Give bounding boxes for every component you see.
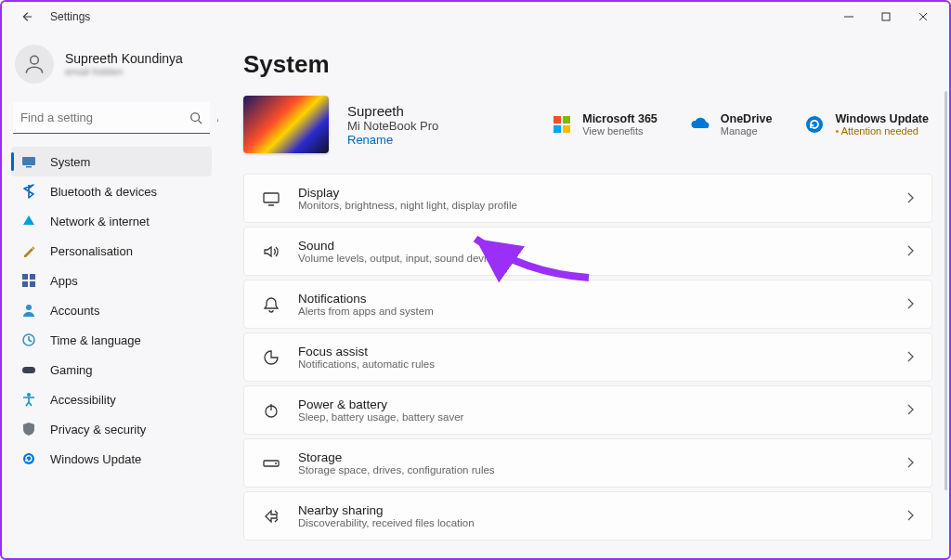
search-icon xyxy=(189,111,202,124)
sound-icon xyxy=(261,241,281,262)
sidebar-item-network[interactable]: Network & internet xyxy=(11,206,212,236)
setting-row-subtitle: Notifications, automatic rules xyxy=(298,358,435,370)
setting-row-sound[interactable]: SoundVolume levels, output, input, sound… xyxy=(243,227,932,276)
svg-rect-17 xyxy=(563,116,570,124)
update-icon xyxy=(20,450,37,467)
svg-rect-13 xyxy=(22,367,35,373)
search-box[interactable] xyxy=(13,102,210,134)
sidebar-item-label: Accounts xyxy=(50,304,99,318)
svg-rect-18 xyxy=(554,125,561,133)
quicklink-title: Windows Update xyxy=(835,112,929,125)
maximize-icon xyxy=(881,12,891,21)
sidebar-item-label: Apps xyxy=(50,274,78,288)
sidebar-item-time[interactable]: Time & language xyxy=(11,325,212,355)
svg-point-3 xyxy=(191,112,200,121)
back-arrow-icon xyxy=(20,10,33,23)
device-model: Mi NoteBook Pro xyxy=(347,119,438,133)
user-subtitle: email hidden xyxy=(65,66,183,77)
svg-rect-9 xyxy=(22,281,28,287)
svg-point-2 xyxy=(31,56,39,64)
svg-rect-21 xyxy=(264,193,279,202)
setting-row-display[interactable]: DisplayMonitors, brightness, night light… xyxy=(243,174,932,223)
notifications-icon xyxy=(261,294,281,315)
chevron-right-icon xyxy=(905,349,915,366)
setting-row-focus[interactable]: Focus assistNotifications, automatic rul… xyxy=(243,332,932,382)
bluetooth-icon xyxy=(20,183,37,200)
sidebar: Supreeth Koundinya email hidden SystemBl… xyxy=(2,32,217,558)
device-thumbnail xyxy=(243,96,329,153)
content-area: System Supreeth Mi NoteBook Pro Rename M… xyxy=(217,32,949,558)
rename-device-link[interactable]: Rename xyxy=(347,133,438,147)
setting-row-subtitle: Volume levels, output, input, sound devi… xyxy=(298,253,503,264)
apps-icon xyxy=(20,272,37,289)
sidebar-item-accounts[interactable]: Accounts xyxy=(11,295,212,325)
setting-row-title: Notifications xyxy=(298,292,434,306)
user-profile-block[interactable]: Supreeth Koundinya email hidden xyxy=(11,41,212,95)
setting-row-notifications[interactable]: NotificationsAlerts from apps and system xyxy=(243,280,932,329)
power-icon xyxy=(261,400,281,421)
sidebar-item-update[interactable]: Windows Update xyxy=(11,444,212,474)
focus-icon xyxy=(261,347,281,368)
quicklink-subtitle: Attention needed xyxy=(835,125,929,137)
sidebar-item-bluetooth[interactable]: Bluetooth & devices xyxy=(11,176,212,206)
avatar xyxy=(15,45,54,84)
sidebar-item-label: Gaming xyxy=(50,363,93,377)
search-input[interactable] xyxy=(20,111,189,124)
setting-row-nearby[interactable]: Nearby sharingDiscoverability, received … xyxy=(243,491,932,540)
setting-row-title: Display xyxy=(298,186,517,200)
sidebar-item-system[interactable]: System xyxy=(11,147,212,176)
onedrive-icon xyxy=(689,113,711,136)
update-icon xyxy=(803,113,826,136)
setting-row-subtitle: Alerts from apps and system xyxy=(298,306,434,317)
svg-rect-7 xyxy=(22,274,28,280)
quicklink-subtitle: Manage xyxy=(721,125,773,137)
display-icon xyxy=(261,189,281,209)
chevron-right-icon xyxy=(905,296,915,313)
svg-rect-8 xyxy=(30,274,35,280)
gaming-icon xyxy=(20,361,37,378)
storage-icon xyxy=(261,453,281,474)
time-icon xyxy=(20,332,37,348)
close-icon xyxy=(918,12,928,21)
sidebar-item-label: Bluetooth & devices xyxy=(50,185,157,199)
svg-line-4 xyxy=(199,120,202,124)
chevron-right-icon xyxy=(905,402,915,419)
privacy-icon xyxy=(20,421,37,437)
window-close-button[interactable] xyxy=(905,4,942,30)
quicklink-update[interactable]: Windows UpdateAttention needed xyxy=(800,109,932,140)
setting-row-title: Sound xyxy=(298,239,503,253)
scrollbar-stub[interactable] xyxy=(944,91,947,490)
back-button[interactable] xyxy=(15,6,37,28)
user-name-label: Supreeth Koundinya xyxy=(65,51,183,66)
setting-row-subtitle: Monitors, brightness, night light, displ… xyxy=(298,200,517,211)
window-minimize-button[interactable] xyxy=(830,4,867,30)
sidebar-item-apps[interactable]: Apps xyxy=(11,266,212,295)
svg-point-14 xyxy=(27,393,31,397)
chevron-right-icon xyxy=(905,508,915,525)
quicklink-ms365[interactable]: Microsoft 365View benefits xyxy=(547,109,661,140)
sidebar-item-privacy[interactable]: Privacy & security xyxy=(11,414,212,444)
accounts-icon xyxy=(20,302,37,319)
svg-rect-10 xyxy=(30,281,35,287)
sidebar-item-label: Windows Update xyxy=(50,452,141,466)
setting-row-title: Focus assist xyxy=(298,345,435,358)
nearby-icon xyxy=(261,506,281,527)
sidebar-item-personalise[interactable]: Personalisation xyxy=(11,236,212,266)
sidebar-item-gaming[interactable]: Gaming xyxy=(11,355,212,384)
setting-row-title: Nearby sharing xyxy=(298,503,475,517)
chevron-right-icon xyxy=(905,455,915,472)
minimize-icon xyxy=(844,12,853,21)
annotation-arrow-1 xyxy=(217,113,227,178)
setting-row-subtitle: Storage space, drives, configuration rul… xyxy=(298,464,495,475)
quicklink-onedrive[interactable]: OneDriveManage xyxy=(685,109,776,140)
sidebar-item-accessibility[interactable]: Accessibility xyxy=(11,384,212,414)
quicklink-title: OneDrive xyxy=(721,112,773,125)
system-icon xyxy=(20,153,37,170)
sidebar-item-label: Personalisation xyxy=(50,244,133,258)
chevron-right-icon xyxy=(905,243,915,260)
window-maximize-button[interactable] xyxy=(867,4,905,30)
setting-row-storage[interactable]: StorageStorage space, drives, configurat… xyxy=(243,438,932,488)
setting-row-power[interactable]: Power & batterySleep, battery usage, bat… xyxy=(243,385,932,435)
user-icon xyxy=(22,52,46,76)
svg-point-15 xyxy=(23,453,34,464)
